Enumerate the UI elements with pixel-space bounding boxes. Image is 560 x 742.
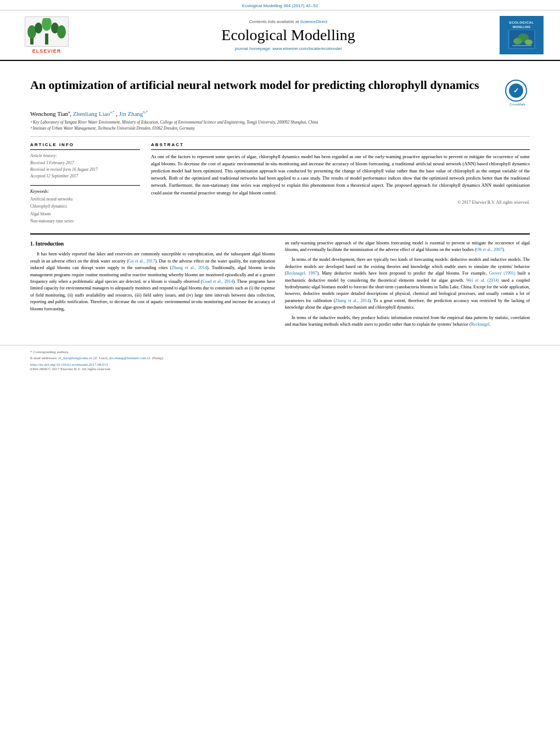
abstract-column: ABSTRACT As one of the factors to repres…	[151, 142, 530, 225]
cite-zhang2014b[interactable]: Zhang et al., 2014	[335, 298, 369, 303]
journal-center: Contents lists available at ScienceDirec…	[77, 19, 500, 51]
article-footer: * Corresponding authors. E-mail addresse…	[0, 345, 560, 376]
elsevier-logo: ELSEVIER	[16, 16, 77, 54]
crossmark-icon: ✓	[509, 83, 523, 98]
email1-name: (Z. Liao),	[93, 356, 108, 360]
journal-homepage: journal homepage: www.elsevier.com/locat…	[88, 46, 489, 51]
svg-point-10	[525, 40, 533, 45]
eco-logo-image	[508, 30, 535, 49]
crossmark-label: CrossMark	[505, 103, 530, 106]
keywords-list: Artificial neural networks Chlorophyll d…	[30, 196, 140, 225]
author1: Wenchong Tiana,	[30, 110, 73, 117]
received-revised-date: Received in revised form 16 August 2017	[30, 166, 140, 173]
keyword-1: Artificial neural networks	[30, 196, 140, 203]
main-col-right: an early-warning proactive approach of t…	[285, 240, 530, 332]
affiliation-b: ᵇ Institute of Urban Water Management, T…	[30, 126, 530, 131]
elsevier-tree-icon	[25, 16, 69, 47]
email-label: E-mail addresses:	[30, 356, 58, 360]
section1-title: 1. Introduction	[30, 240, 275, 248]
article-body: An optimization of artificial neural net…	[0, 61, 560, 339]
svg-point-5	[57, 25, 66, 38]
copyright: © 2017 Elsevier B.V. All rights reserved…	[151, 200, 530, 205]
corresponding-authors-note: * Corresponding authors.	[30, 350, 530, 354]
journal-citation: Ecological Modelling 364 (2017) 42–52	[242, 3, 318, 8]
ecological-modelling-logo: ECOLOGICAL MODELLING	[500, 16, 544, 54]
crossmark-circle: ✓	[505, 80, 527, 102]
article-info-content: Article history: Received 3 February 201…	[30, 153, 140, 180]
sciencedirect-link: Contents lists available at ScienceDirec…	[88, 19, 489, 24]
article-title-section: An optimization of artificial neural net…	[30, 77, 530, 104]
article-info-column: ARTICLE INFO Article history: Received 3…	[30, 142, 140, 225]
email2-name: (J. Zhang).	[147, 356, 164, 360]
elsevier-label: ELSEVIER	[32, 48, 61, 54]
affiliations: ᵃ Key Laboratory of Yangtze River Water …	[30, 120, 530, 131]
history-dates: Received 3 February 2017 Received in rev…	[30, 160, 140, 180]
divider-1	[30, 136, 530, 137]
section1-para1: It has been widely reported that lakes a…	[30, 251, 275, 313]
author-sep: ,	[116, 110, 119, 117]
keywords-section: Keywords: Artificial neural networks Chl…	[30, 185, 140, 225]
corresponding-label: * Corresponding authors.	[30, 350, 69, 354]
abstract-label: ABSTRACT	[151, 142, 530, 147]
cite-grover1991[interactable]: Grover (1991)	[489, 271, 516, 276]
abstract-text: As one of the factors to represent some …	[151, 153, 530, 197]
svg-rect-6	[45, 34, 48, 44]
cite-oh2007[interactable]: Oh et al., 2007	[477, 247, 502, 252]
email-footnote: E-mail addresses: zl_liao@tongji.edu.cn …	[30, 356, 530, 360]
svg-point-2	[35, 23, 42, 34]
keyword-4: Non-stationary time series	[30, 217, 140, 225]
sciencedirect-text[interactable]: ScienceDirect	[300, 19, 327, 24]
article-info-label: ARTICLE INFO	[30, 142, 140, 147]
eco-logo-bottom: MODELLING	[513, 25, 531, 29]
eco-logo-top: ECOLOGICAL	[509, 21, 534, 24]
cite-wei2014[interactable]: Wei et al. (2014)	[466, 278, 499, 283]
author3[interactable]: Jin Zhangb,*	[119, 110, 148, 117]
cite-recknagel1997a[interactable]: Recknagel, 1997	[287, 271, 317, 276]
cite-recknagel1997b[interactable]: Recknagel,	[471, 322, 491, 327]
abstract-divider	[151, 149, 530, 150]
keywords-label: Keywords:	[30, 189, 140, 194]
page: Ecological Modelling 364 (2017) 42–52 EL…	[0, 0, 560, 742]
article-title: An optimization of artificial neural net…	[30, 77, 479, 93]
main-content-columns: 1. Introduction It has been widely repor…	[30, 240, 530, 332]
authors-line: Wenchong Tiana, Zhenliang Liaoa,* , Jin …	[30, 110, 530, 117]
cite-coad2014[interactable]: Coad et al., 2014	[202, 279, 233, 284]
info-abstract-columns: ARTICLE INFO Article history: Received 3…	[30, 142, 530, 225]
email2[interactable]: jin.zhang@hotmail.com	[109, 356, 147, 360]
content-divider	[30, 233, 530, 235]
keyword-3: Algal bloom	[30, 210, 140, 218]
section1-para2: an early-warning proactive approach of t…	[285, 240, 530, 254]
cite-zhang2014a[interactable]: Zhang et al., 2014	[171, 265, 207, 270]
when-text: when	[58, 279, 68, 284]
section1-para4: In terms of the inductive models, they p…	[285, 315, 530, 328]
section1-para3: In terms of the model development, there…	[285, 256, 530, 311]
affiliation-a: ᵃ Key Laboratory of Yangtze River Water …	[30, 120, 530, 125]
keyword-2: Chlorophyll dynamics	[30, 203, 140, 210]
main-col-left: 1. Introduction It has been widely repor…	[30, 240, 275, 332]
accepted-date: Accepted 12 September 2017	[30, 173, 140, 180]
homepage-url[interactable]: www.elsevier.com/locate/ecolmodel	[272, 46, 341, 51]
history-label: Article history:	[30, 153, 140, 158]
keywords-divider	[30, 185, 140, 186]
top-bar: Ecological Modelling 364 (2017) 42–52	[0, 0, 560, 10]
svg-point-3	[42, 18, 52, 31]
email1[interactable]: zl_liao@tongji.edu.cn	[58, 356, 92, 360]
issn-line: 0304-3800/© 2017 Elsevier B.V. All right…	[30, 367, 530, 371]
journal-title: Ecological Modelling	[88, 26, 489, 44]
journal-header: ELSEVIER Contents lists available at Sci…	[0, 10, 560, 61]
doi-text: http://dx.doi.org/10.1016/j.ecolmodel.20…	[30, 362, 108, 367]
received-date: Received 3 February 2017	[30, 160, 140, 166]
crossmark-badge[interactable]: ✓ CrossMark	[505, 80, 530, 104]
doi-line[interactable]: http://dx.doi.org/10.1016/j.ecolmodel.20…	[30, 362, 530, 367]
cite-gu2017[interactable]: Gu et al., 2017	[128, 259, 155, 264]
info-divider	[30, 149, 140, 150]
author2[interactable]: Zhenliang Liaoa,*	[73, 110, 115, 117]
